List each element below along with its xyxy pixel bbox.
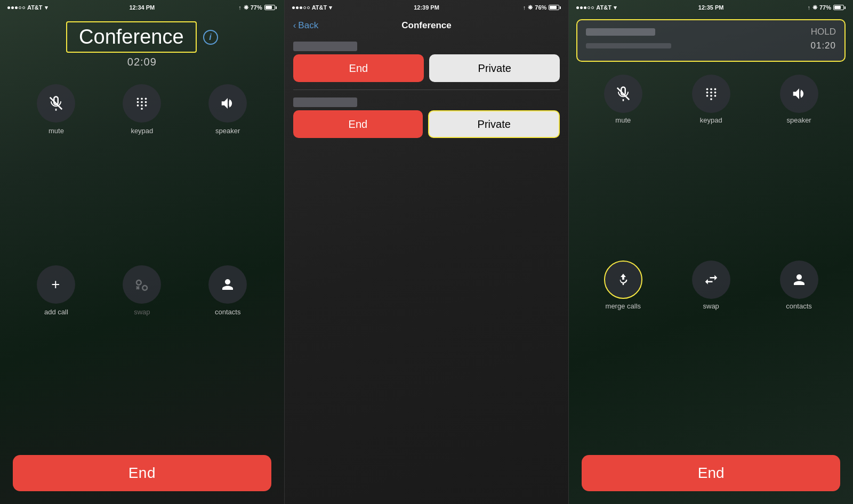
signal-dots-2 xyxy=(292,6,310,9)
dot xyxy=(11,6,14,9)
wifi-icon-1: ▾ xyxy=(45,4,48,11)
call-private-button-1[interactable]: Private xyxy=(429,54,560,82)
dot xyxy=(296,6,299,9)
p3-contacts-button[interactable] xyxy=(780,261,818,299)
p3-speaker-label: speaker xyxy=(786,116,811,124)
p1-header: Conference i 02:09 xyxy=(0,15,284,74)
back-chevron-icon: ‹ xyxy=(293,20,296,31)
dot xyxy=(307,6,310,9)
dot xyxy=(584,6,586,9)
p3-contacts-label: contacts xyxy=(786,302,811,310)
carrier-label-2: AT&T xyxy=(312,4,327,11)
add-call-label: add call xyxy=(44,308,68,316)
back-button[interactable]: ‹ Back xyxy=(293,20,318,31)
p3-contacts-icon xyxy=(791,272,807,288)
dot xyxy=(19,6,21,9)
carrier-label-3: AT&T xyxy=(596,4,611,11)
arrow-icon-3: ↑ xyxy=(807,4,810,11)
dot xyxy=(303,6,306,9)
svg-point-8 xyxy=(141,104,143,107)
dot xyxy=(576,6,579,9)
keypad-label: keypad xyxy=(131,127,153,135)
controls-grid-1: mute keypad xyxy=(0,74,284,446)
p3-swap-label: swap xyxy=(703,302,719,310)
panel-conference-manage: AT&T ▾ 12:39 PM ↑ ❋ 76% ‹ Back Conferenc… xyxy=(284,0,569,504)
hold-timer: 01:20 xyxy=(810,40,836,51)
status-time-2: 12:39 PM xyxy=(414,4,439,11)
signal-dots-1 xyxy=(7,6,25,9)
control-item-speaker: speaker xyxy=(188,84,268,255)
hold-status-label: HOLD xyxy=(811,27,836,37)
svg-point-17 xyxy=(710,92,712,94)
merge-calls-label: merge calls xyxy=(606,302,641,310)
control-item-mute: mute xyxy=(16,84,96,255)
p3-speaker-button[interactable] xyxy=(780,75,818,113)
bt-icon-2: ❋ xyxy=(528,4,533,11)
p3-mute-icon xyxy=(615,86,631,102)
p3-swap-button[interactable] xyxy=(692,261,730,299)
wifi-icon-2: ▾ xyxy=(329,4,332,11)
hold-top-row: HOLD xyxy=(586,27,836,37)
mute-button[interactable] xyxy=(37,84,75,123)
arrow-icon-1: ↑ xyxy=(238,4,242,11)
status-time-1: 12:34 PM xyxy=(129,4,155,11)
wifi-icon-3: ▾ xyxy=(614,4,617,11)
arrow-icon-2: ↑ xyxy=(523,4,526,11)
svg-point-18 xyxy=(714,92,716,94)
mute-label: mute xyxy=(49,127,64,135)
bt-icon-3: ❋ xyxy=(812,4,817,11)
p3-keypad-label: keypad xyxy=(700,116,722,124)
svg-point-4 xyxy=(137,101,139,103)
keypad-button[interactable] xyxy=(123,84,161,123)
call-divider xyxy=(293,90,560,90)
call-end-button-2[interactable]: End xyxy=(293,110,423,138)
call-actions-2: End Private xyxy=(293,110,560,138)
end-button-3[interactable]: End xyxy=(582,455,840,491)
call-private-button-2[interactable]: Private xyxy=(428,110,560,138)
caller-name-bar-2 xyxy=(293,97,357,107)
svg-point-6 xyxy=(145,101,147,103)
speaker-label: speaker xyxy=(215,127,240,135)
call-end-button-1[interactable]: End xyxy=(293,54,424,82)
end-button-1[interactable]: End xyxy=(13,455,271,491)
svg-point-5 xyxy=(141,101,143,103)
svg-point-7 xyxy=(137,104,139,107)
svg-point-1 xyxy=(137,97,139,100)
call-row-2: End Private xyxy=(293,97,560,138)
p3-keypad-button[interactable] xyxy=(692,75,730,113)
battery-icon-1 xyxy=(264,5,277,10)
p3-control-item-swap: swap xyxy=(670,261,752,438)
dot xyxy=(580,6,583,9)
swap-button[interactable] xyxy=(123,265,161,304)
add-call-button[interactable]: + xyxy=(37,265,75,304)
battery-pct-2: 76% xyxy=(535,4,546,11)
svg-point-16 xyxy=(706,92,708,94)
svg-point-22 xyxy=(710,98,712,100)
speaker-button[interactable] xyxy=(208,84,247,123)
keypad-icon xyxy=(134,95,150,111)
dot xyxy=(588,6,590,9)
hold-name-bar xyxy=(586,28,655,36)
dot xyxy=(15,6,18,9)
svg-point-10 xyxy=(141,108,143,110)
signal-dots-3 xyxy=(576,6,594,9)
dot xyxy=(300,6,302,9)
svg-text:+: + xyxy=(52,277,60,292)
conference-title-box: Conference xyxy=(66,21,196,53)
svg-point-14 xyxy=(710,88,712,90)
svg-point-3 xyxy=(145,97,147,100)
merge-calls-button[interactable] xyxy=(604,261,642,299)
swap-icon xyxy=(134,277,150,292)
battery-pct-3: 77% xyxy=(819,4,831,11)
info-icon[interactable]: i xyxy=(203,30,218,45)
contacts-button[interactable] xyxy=(208,265,247,304)
mute-icon xyxy=(48,95,64,111)
p3-mute-button[interactable] xyxy=(604,75,642,113)
control-item-contacts: contacts xyxy=(188,265,268,436)
status-bar-left-3: AT&T ▾ xyxy=(576,4,617,11)
svg-point-21 xyxy=(714,95,716,97)
control-item-swap: swap xyxy=(102,265,182,436)
dot xyxy=(591,6,594,9)
back-label: Back xyxy=(298,20,318,31)
status-bar-left-1: AT&T ▾ xyxy=(7,4,48,11)
